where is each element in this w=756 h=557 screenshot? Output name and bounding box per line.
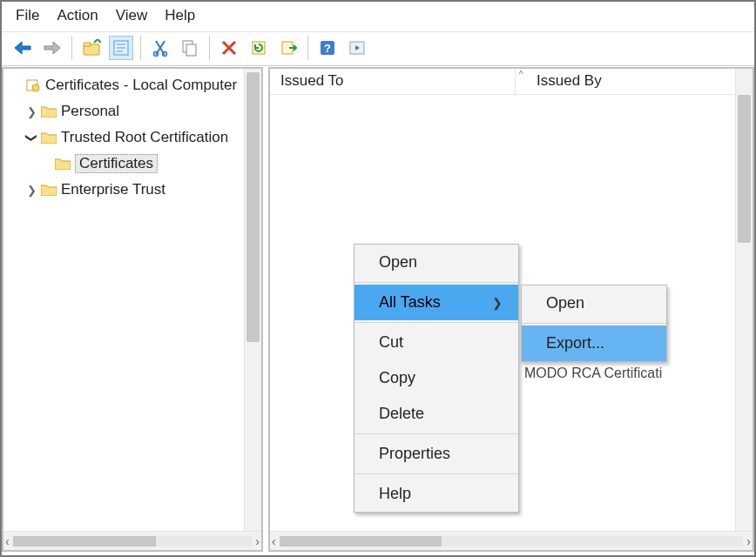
tree-body: Certificates - Local Computer ❯ Personal… [3,69,244,550]
scroll-right-icon[interactable]: › [255,534,260,548]
svg-rect-9 [186,44,196,56]
list-row-peek: MODO RCA Certificati [524,366,664,381]
delete-toolbar-button[interactable] [217,36,241,60]
tree-item-enterprise-trust[interactable]: ❯ Enterprise Trust [3,177,244,203]
tree-item-certificates[interactable]: Certificates [3,151,244,177]
context-delete[interactable]: Delete [354,396,518,432]
tree-label-selected: Certificates [75,154,158,173]
certificate-store-icon [24,77,42,94]
tree-item-personal[interactable]: ❯ Personal [3,98,244,124]
back-button[interactable] [10,36,35,60]
tree-pane: Certificates - Local Computer ❯ Personal… [2,67,263,552]
menu-action[interactable]: Action [57,7,98,24]
forward-button[interactable] [40,36,64,60]
folder-icon [54,155,71,172]
submenu-arrow-icon: ❯ [492,296,503,310]
context-menu: Open All Tasks ❯ Cut Copy Delete Propert… [354,244,519,513]
menu-view[interactable]: View [116,7,148,24]
column-resize-icon[interactable]: ˄ [516,69,526,94]
context-open[interactable]: Open [354,245,518,280]
folder-icon [40,103,57,120]
list-header: Issued To ˄ Issued By [270,69,753,95]
up-folder-button[interactable] [79,36,104,60]
tree-label: Personal [61,103,119,120]
submenu-open[interactable]: Open [522,285,666,321]
tree-scrollbar[interactable] [244,69,261,550]
menu-bar: File Action View Help [2,2,754,31]
refresh-toolbar-button[interactable] [246,36,271,60]
submenu-export[interactable]: Export... [522,325,666,361]
menu-help[interactable]: Help [165,7,195,24]
help-toolbar-button[interactable]: ? [315,36,340,60]
expand-icon[interactable]: ❯ [24,184,38,197]
submenu-all-tasks: Open Export... [521,285,667,362]
scroll-left-icon[interactable]: ‹ [5,534,10,548]
export-toolbar-button[interactable] [276,36,300,60]
expand-icon[interactable]: ❯ [24,105,38,118]
run-toolbar-button[interactable] [345,36,369,60]
folder-icon [40,129,57,146]
scroll-left-icon[interactable]: ‹ [272,534,276,548]
tree-item-trusted-root[interactable]: ❯ Trusted Root Certification [3,124,244,151]
list-hscroll[interactable]: ‹ › [270,531,753,550]
column-issued-to[interactable]: Issued To [270,69,516,94]
context-all-tasks[interactable]: All Tasks ❯ [354,285,518,320]
tree-label: Trusted Root Certification [61,129,228,146]
column-issued-by[interactable]: Issued By [526,69,753,94]
tree-root[interactable]: Certificates - Local Computer [3,72,244,98]
context-properties[interactable]: Properties [354,436,518,472]
tree-hscroll[interactable]: ‹ › [3,531,261,550]
collapse-icon[interactable]: ❯ [25,131,38,144]
svg-rect-1 [84,43,91,46]
scroll-right-icon[interactable]: › [746,534,751,548]
context-help[interactable]: Help [354,476,518,512]
cut-toolbar-button[interactable] [148,36,172,60]
copy-toolbar-button[interactable] [178,36,202,60]
tree-label: Enterprise Trust [61,181,165,198]
list-scrollbar[interactable] [735,69,753,531]
tree-root-label: Certificates - Local Computer [45,77,237,94]
menu-file[interactable]: File [16,7,39,24]
folder-icon [40,181,57,198]
svg-text:?: ? [324,42,331,55]
context-cut[interactable]: Cut [354,325,518,360]
svg-point-16 [32,84,39,91]
toolbar: ? [2,31,754,66]
properties-toolbar-button[interactable] [109,36,133,60]
context-copy[interactable]: Copy [354,360,518,396]
